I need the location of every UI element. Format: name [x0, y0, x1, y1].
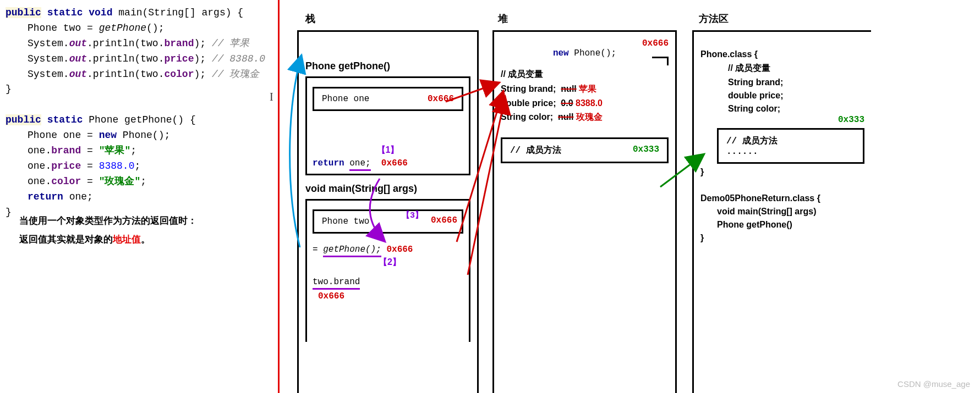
var-one-box: Phone one 0x666	[313, 87, 463, 111]
heap-label: 堆	[498, 12, 508, 25]
getphone-frame: Phone one 0x666 【1】 return one; 0x666	[305, 76, 470, 175]
phone-class-block: Phone.class { // 成员变量 String brand; doub…	[700, 49, 864, 177]
stack-panel: Phone getPhone() Phone one 0x666 【1】 ret…	[297, 30, 479, 393]
getphone-frame-title: Phone getPhone()	[305, 60, 470, 72]
stack-label: 栈	[305, 12, 315, 25]
ma-methods-box: // 成员方法 ......	[717, 128, 864, 164]
explanation-note: 当使用一个对象类型作为方法的返回值时： 返回值其实就是对象的地址值。	[19, 212, 197, 249]
main-frame-title: void main(String[] args)	[305, 183, 470, 195]
step-2-label: 【2】	[379, 257, 463, 268]
method-area-panel: Phone.class { // 成员变量 String brand; doub…	[692, 30, 871, 393]
step-3-label: 【3】	[402, 210, 423, 220]
text-cursor-icon: I	[270, 91, 273, 103]
watermark: CSDN @muse_age	[897, 379, 970, 389]
code-block: public static void main(String[] args) {…	[0, 0, 278, 225]
heap-addr: 0x666	[501, 38, 669, 48]
demo-class-block: Demo05PhoneReturn.class { void main(Stri…	[700, 193, 864, 243]
main-frame: Phone two 【3】 0x666 = getPhone(); 0x666 …	[305, 199, 470, 342]
method-area-label: 方法区	[699, 12, 729, 25]
heap-members-block: // 成员变量 String brand; null 苹果 double pri…	[501, 69, 669, 123]
new-phone-expr: new Phone();	[501, 48, 669, 58]
separator-line	[278, 0, 280, 393]
var-two-box: Phone two 【3】 0x666	[313, 209, 463, 234]
heap-methods-box: // 成员方法 0x333	[501, 137, 669, 163]
heap-panel: 0x666 new Phone(); // 成员变量 String brand;…	[492, 30, 677, 393]
step-1-label: 【1】	[313, 145, 463, 156]
ma-addr: 0x333	[700, 115, 864, 125]
